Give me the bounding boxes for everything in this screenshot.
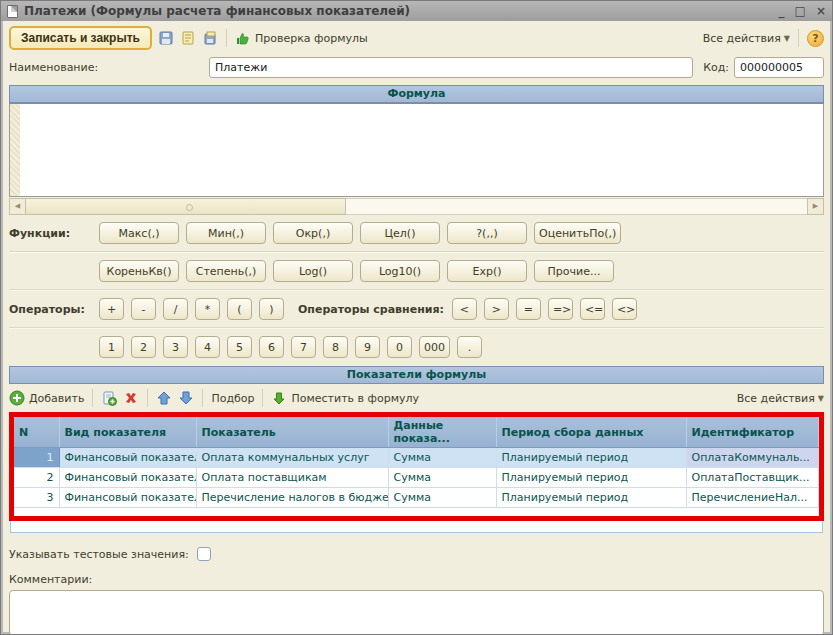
document-icon bbox=[7, 5, 18, 18]
cell-indicator[interactable]: Оплата поставщикам bbox=[196, 468, 388, 488]
digit-9-button[interactable]: 9 bbox=[355, 336, 380, 358]
indicators-all-actions-label: Все действия bbox=[737, 392, 815, 405]
func-exp-button[interactable]: Exp() bbox=[447, 260, 527, 282]
func-int-button[interactable]: Цел() bbox=[360, 222, 440, 244]
cmp-le-button[interactable]: <= bbox=[580, 298, 605, 320]
op-plus-button[interactable]: + bbox=[99, 298, 124, 320]
cell-data[interactable]: Сумма bbox=[388, 488, 496, 508]
table-empty-area[interactable] bbox=[10, 521, 823, 533]
op-multiply-button[interactable]: * bbox=[195, 298, 220, 320]
digit-8-button[interactable]: 8 bbox=[323, 336, 348, 358]
digit-0-button[interactable]: 0 bbox=[387, 336, 412, 358]
func-evaluate-button[interactable]: ОценитьПо(,) bbox=[534, 222, 621, 244]
save-and-close-button[interactable]: Записать и закрыть bbox=[9, 26, 152, 50]
close-button[interactable]: × bbox=[816, 4, 826, 18]
cell-kind[interactable]: Финансовый показатель bbox=[59, 448, 196, 468]
scroll-track[interactable] bbox=[346, 198, 807, 215]
digit-dot-button[interactable]: . bbox=[457, 336, 482, 358]
func-round-button[interactable]: Окр(,) bbox=[273, 222, 353, 244]
func-pow-button[interactable]: Степень(,) bbox=[186, 260, 266, 282]
formula-editor[interactable] bbox=[9, 103, 824, 197]
op-divide-button[interactable]: / bbox=[163, 298, 188, 320]
scroll-thumb[interactable] bbox=[26, 198, 346, 215]
reread-icon[interactable] bbox=[180, 30, 196, 46]
copy-save-icon[interactable] bbox=[202, 30, 218, 46]
scroll-right-arrow[interactable]: ▶ bbox=[807, 198, 824, 215]
add-icon bbox=[9, 390, 25, 406]
help-icon[interactable]: ? bbox=[807, 30, 824, 47]
name-input[interactable] bbox=[209, 57, 693, 78]
table-row[interactable]: 1 Финансовый показатель Оплата коммуналь… bbox=[14, 448, 819, 468]
column-header-indicator[interactable]: Показатель bbox=[196, 417, 388, 448]
func-sqrt-button[interactable]: КореньКв() bbox=[99, 260, 179, 282]
cmp-ge-button[interactable]: => bbox=[548, 298, 573, 320]
delete-icon[interactable] bbox=[123, 390, 139, 406]
func-other-button[interactable]: Прочие... bbox=[534, 260, 614, 282]
cell-indicator[interactable]: Оплата коммунальных услуг bbox=[196, 448, 388, 468]
indicators-all-actions-button[interactable]: Все действия ▼ bbox=[737, 392, 824, 405]
column-header-kind[interactable]: Вид показателя bbox=[59, 417, 196, 448]
cmp-gt-button[interactable]: > bbox=[484, 298, 509, 320]
place-in-formula-label: Поместить в формулу bbox=[291, 392, 419, 405]
func-log10-button[interactable]: Log10() bbox=[360, 260, 440, 282]
test-values-checkbox[interactable] bbox=[197, 547, 211, 561]
op-open-paren-button[interactable]: ( bbox=[227, 298, 252, 320]
annotation-highlight: N Вид показателя Показатель Данные показ… bbox=[9, 412, 824, 521]
cell-identifier[interactable]: ОплатаПоставщик... bbox=[686, 468, 819, 488]
all-actions-button[interactable]: Все действия ▼ bbox=[703, 32, 790, 45]
cell-kind[interactable]: Финансовый показатель bbox=[59, 488, 196, 508]
func-log-button[interactable]: Log() bbox=[273, 260, 353, 282]
column-header-identifier[interactable]: Идентификатор bbox=[686, 417, 819, 448]
func-max-button[interactable]: Макс(,) bbox=[99, 222, 179, 244]
check-formula-button[interactable]: Проверка формулы bbox=[235, 30, 368, 46]
copy-add-icon[interactable] bbox=[101, 390, 117, 406]
cell-period[interactable]: Планируемый период bbox=[496, 468, 686, 488]
cmp-eq-button[interactable]: = bbox=[516, 298, 541, 320]
digit-5-button[interactable]: 5 bbox=[227, 336, 252, 358]
maximize-button[interactable]: □ bbox=[795, 4, 806, 18]
func-min-button[interactable]: Мин(,) bbox=[186, 222, 266, 244]
cell-data[interactable]: Сумма bbox=[388, 448, 496, 468]
cell-period[interactable]: Планируемый период bbox=[496, 448, 686, 468]
pick-button[interactable]: Подбор bbox=[211, 392, 254, 405]
move-up-icon[interactable] bbox=[156, 390, 172, 406]
cell-kind[interactable]: Финансовый показатель bbox=[59, 468, 196, 488]
all-actions-label: Все действия bbox=[703, 32, 781, 45]
column-header-data[interactable]: Данные показа... bbox=[388, 417, 496, 448]
digit-6-button[interactable]: 6 bbox=[259, 336, 284, 358]
divider bbox=[9, 327, 824, 329]
digit-000-button[interactable]: 000 bbox=[419, 336, 450, 358]
op-close-paren-button[interactable]: ) bbox=[259, 298, 284, 320]
table-row[interactable]: 3 Финансовый показатель Перечисление нал… bbox=[14, 488, 819, 508]
cell-row-number[interactable]: 1 bbox=[14, 448, 59, 468]
comments-input[interactable] bbox=[9, 590, 824, 635]
place-in-formula-button[interactable]: Поместить в формулу bbox=[271, 390, 419, 406]
digit-4-button[interactable]: 4 bbox=[195, 336, 220, 358]
cell-identifier[interactable]: ОплатаКоммуналь... bbox=[686, 448, 819, 468]
func-if-button[interactable]: ?(,,) bbox=[447, 222, 527, 244]
code-input[interactable] bbox=[734, 57, 824, 78]
check-formula-label: Проверка формулы bbox=[255, 32, 368, 45]
column-header-period[interactable]: Период сбора данных bbox=[496, 417, 686, 448]
move-down-icon[interactable] bbox=[178, 390, 194, 406]
op-minus-button[interactable]: - bbox=[131, 298, 156, 320]
add-button[interactable]: Добавить bbox=[9, 390, 84, 406]
digit-3-button[interactable]: 3 bbox=[163, 336, 188, 358]
cell-indicator[interactable]: Перечисление налогов в бюджет bbox=[196, 488, 388, 508]
save-icon[interactable] bbox=[158, 30, 174, 46]
digit-7-button[interactable]: 7 bbox=[291, 336, 316, 358]
cell-row-number[interactable]: 3 bbox=[14, 488, 59, 508]
scroll-left-arrow[interactable]: ◀ bbox=[9, 198, 26, 215]
cell-identifier[interactable]: ПеречислениеНал... bbox=[686, 488, 819, 508]
digit-2-button[interactable]: 2 bbox=[131, 336, 156, 358]
toolbar-separator bbox=[147, 389, 148, 407]
cell-data[interactable]: Сумма bbox=[388, 468, 496, 488]
cmp-ne-button[interactable]: <> bbox=[612, 298, 637, 320]
cell-period[interactable]: Планируемый период bbox=[496, 488, 686, 508]
column-header-n[interactable]: N bbox=[14, 417, 59, 448]
digit-1-button[interactable]: 1 bbox=[99, 336, 124, 358]
cmp-lt-button[interactable]: < bbox=[452, 298, 477, 320]
minimize-button[interactable]: _ bbox=[779, 4, 785, 18]
cell-row-number[interactable]: 2 bbox=[14, 468, 59, 488]
table-row[interactable]: 2 Финансовый показатель Оплата поставщик… bbox=[14, 468, 819, 488]
